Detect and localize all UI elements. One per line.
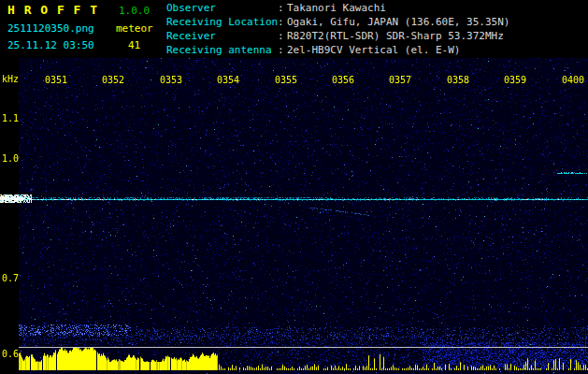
mode-label: meteor bbox=[116, 22, 153, 35]
info-value: R820T2(RTL-SDR) SDR-Sharp 53.372MHz bbox=[287, 29, 504, 43]
freq-tick-0-6: 0.6 bbox=[2, 349, 19, 359]
info-label: Receiver bbox=[166, 29, 278, 43]
info-row-antenna: Receiving antenna : 2el-HB9CV Vertical (… bbox=[166, 43, 509, 57]
info-separator: : bbox=[278, 1, 287, 15]
info-row-observer: Observer : Takanori Kawachi bbox=[166, 1, 509, 15]
time-tick-0354: 0354 bbox=[217, 75, 239, 85]
spectrogram-canvas bbox=[0, 58, 588, 374]
info-value: Takanori Kawachi bbox=[287, 1, 386, 15]
freq-tick-0-9: 0.9 bbox=[2, 194, 19, 204]
time-tick-0357: 0357 bbox=[389, 75, 411, 85]
app-title: H R O F F T bbox=[7, 3, 98, 17]
time-tick-0356: 0356 bbox=[332, 75, 354, 85]
freq-tick-1-0: 1.0 bbox=[2, 153, 19, 164]
info-separator: : bbox=[278, 29, 287, 43]
info-value: 2el-HB9CV Vertical (el. E-W) bbox=[287, 43, 460, 57]
info-label: Receiving Location bbox=[166, 15, 278, 29]
time-tick-0355: 0355 bbox=[275, 75, 297, 85]
time-tick-0351: 0351 bbox=[45, 75, 67, 85]
time-tick-0358: 0358 bbox=[447, 75, 469, 85]
echo-count: 41 bbox=[128, 39, 140, 51]
station-info: Observer : Takanori Kawachi Receiving Lo… bbox=[166, 1, 509, 57]
time-tick-0359: 0359 bbox=[504, 75, 526, 85]
freq-unit-khz: kHz bbox=[2, 74, 19, 84]
freq-tick-1-1: 1.1 bbox=[2, 113, 19, 123]
freq-tick-0-7: 0.7 bbox=[2, 273, 19, 283]
info-row-receiver: Receiver : R820T2(RTL-SDR) SDR-Sharp 53.… bbox=[166, 29, 509, 43]
info-label: Receiving antenna bbox=[166, 43, 278, 57]
app-version: 1.0.0 bbox=[119, 5, 150, 17]
output-filename: 2511120350.png bbox=[7, 22, 94, 35]
info-separator: : bbox=[278, 15, 287, 29]
info-label: Observer bbox=[166, 1, 278, 15]
time-tick-0352: 0352 bbox=[102, 75, 124, 85]
datetime-label: 25.11.12 03:50 bbox=[7, 39, 94, 51]
time-tick-0353: 0353 bbox=[160, 75, 182, 85]
info-separator: : bbox=[278, 43, 287, 57]
info-row-location: Receiving Location : Ogaki, Gifu, JAPAN … bbox=[166, 15, 509, 29]
hrofft-output-image: H R O F F T 1.0.0 2511120350.png meteor … bbox=[0, 0, 588, 374]
time-tick-0400: 0400 bbox=[562, 75, 584, 85]
info-value: Ogaki, Gifu, JAPAN (136.60E, 35.35N) bbox=[287, 15, 509, 29]
